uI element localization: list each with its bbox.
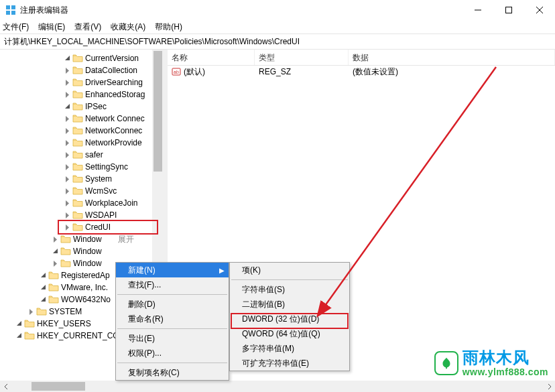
tree-node-label: HKEY_CURRENT_CO — [37, 331, 119, 340]
value-list[interactable]: ab(默认)REG_SZ(数值未设置) — [168, 66, 555, 78]
tree-node-tail: 展开 — [118, 234, 134, 245]
svg-rect-0 — [6, 5, 10, 9]
column-data[interactable]: 数据 — [349, 50, 555, 65]
tree-node-label: VMware, Inc. — [61, 283, 108, 292]
minimize-button[interactable] — [462, 0, 493, 20]
tree-node[interactable]: CurrentVersion — [0, 52, 164, 64]
ctx-rename[interactable]: 重命名(R) — [116, 312, 229, 326]
tree-node[interactable]: WorkplaceJoin — [0, 197, 164, 209]
tree-node[interactable]: NetworkConnec — [0, 125, 164, 137]
menu-view[interactable]: 查看(V) — [74, 21, 101, 33]
tree-node-label: SYSTEM — [49, 307, 82, 316]
tree-node-label: System — [85, 174, 112, 184]
ctx-separator — [117, 294, 227, 295]
horizontal-scrollbar[interactable] — [0, 381, 555, 392]
value-row[interactable]: ab(默认)REG_SZ(数值未设置) — [168, 66, 555, 78]
tree-node-label: Window — [73, 247, 102, 256]
tree-node[interactable]: DriverSearching — [0, 76, 164, 88]
app-icon — [5, 5, 16, 15]
tree-node-label: RegisteredAp — [61, 271, 110, 280]
menu-help[interactable]: 帮助(H) — [155, 21, 182, 33]
tree-node[interactable]: Network Connec — [0, 113, 164, 125]
new-dword32-value[interactable]: DWORD (32 位)值(D) — [230, 312, 349, 326]
maximize-button[interactable] — [493, 0, 524, 20]
tree-node-label: safer — [85, 150, 103, 159]
new-submenu: 项(K) 字符串值(S) 二进制值(B) DWORD (32 位)值(D) QW… — [229, 262, 350, 371]
value-name: (默认) — [184, 66, 205, 78]
address-path: 计算机\HKEY_LOCAL_MACHINE\SOFTWARE\Policies… — [4, 36, 300, 48]
column-name[interactable]: 名称 — [168, 50, 255, 65]
ctx-new-label: 新建(N) — [128, 265, 156, 276]
watermark: 雨林木风 www.ylmf888.com — [434, 349, 548, 377]
new-binary-value[interactable]: 二进制值(B) — [230, 297, 349, 312]
new-expand-string-value[interactable]: 可扩充字符串值(E) — [230, 356, 349, 371]
scroll-left-button[interactable] — [0, 381, 11, 392]
tree-node[interactable]: System — [0, 173, 164, 185]
tree-node-label: Window — [73, 259, 102, 268]
submenu-arrow-icon: ▶ — [219, 267, 225, 274]
tree-node-label: Network Connec — [85, 114, 145, 123]
tree-node[interactable]: IPSec — [0, 101, 164, 113]
tree-node-label: WOW6432No — [61, 295, 111, 304]
ctx-permissions[interactable]: 权限(P)... — [116, 346, 229, 361]
tree-node-label: DataCollection — [85, 66, 137, 75]
tree-node[interactable]: safer — [0, 149, 164, 161]
watermark-brand: 雨林木风 — [462, 349, 548, 367]
tree-node-label: SettingSync — [85, 162, 128, 172]
scroll-right-button[interactable] — [544, 381, 555, 392]
svg-rect-2 — [6, 11, 10, 15]
menu-edit[interactable]: 编辑(E) — [38, 21, 65, 33]
tree-node-label: DriverSearching — [85, 78, 143, 87]
svg-rect-3 — [11, 11, 15, 15]
tree-node-label: HKEY_USERS — [37, 319, 91, 328]
value-data: (数值未设置) — [349, 66, 555, 78]
new-multi-string-value[interactable]: 多字符串值(M) — [230, 341, 349, 356]
tree-node-label: NetworkConnec — [85, 126, 142, 135]
ctx-find[interactable]: 查找(F)... — [116, 277, 229, 292]
ctx-copy-key-name[interactable]: 复制项名称(C) — [116, 365, 229, 380]
tree-node[interactable]: SettingSync — [0, 161, 164, 173]
new-qword64-value[interactable]: QWORD (64 位)值(Q) — [230, 326, 349, 341]
context-menu: 展开 新建(N) ▶ 查找(F)... 删除(D) 重命名(R) 导出(E) 权… — [115, 262, 229, 381]
ctx-delete[interactable]: 删除(D) — [116, 297, 229, 312]
ctx-new[interactable]: 新建(N) ▶ — [116, 263, 229, 277]
scroll-thumb[interactable] — [32, 382, 85, 391]
tree-node[interactable]: Window展开 — [0, 233, 164, 245]
tree-node-label: WcmSvc — [85, 186, 117, 196]
svg-rect-5 — [506, 7, 512, 13]
tree-node[interactable]: NetworkProvide — [0, 137, 164, 149]
tree-node[interactable]: CredUI — [0, 221, 164, 233]
menu-bar: 文件(F) 编辑(E) 查看(V) 收藏夹(A) 帮助(H) — [0, 20, 555, 34]
tree-node[interactable]: WcmSvc — [0, 185, 164, 197]
watermark-url: www.ylmf888.com — [462, 367, 548, 377]
tree-node[interactable]: WSDAPI — [0, 209, 164, 221]
tree-node-label: EnhancedStorag — [85, 90, 145, 99]
close-button[interactable] — [524, 0, 555, 20]
new-key[interactable]: 项(K) — [230, 263, 349, 277]
window-title: 注册表编辑器 — [20, 5, 68, 16]
watermark-icon — [434, 351, 458, 375]
ctx-separator — [231, 279, 348, 280]
column-type[interactable]: 类型 — [255, 50, 349, 65]
ctx-separator — [117, 363, 227, 363]
tree-node-label: Window — [73, 235, 102, 244]
tree-node[interactable]: EnhancedStorag — [0, 88, 164, 101]
tree-node-label: CurrentVersion — [85, 54, 139, 63]
tree-node-label: WorkplaceJoin — [85, 198, 137, 208]
tree-node-label: WSDAPI — [85, 210, 117, 220]
svg-text:ab: ab — [174, 70, 179, 74]
new-string-value[interactable]: 字符串值(S) — [230, 282, 349, 297]
menu-file[interactable]: 文件(F) — [3, 21, 29, 33]
ctx-export[interactable]: 导出(E) — [116, 331, 229, 346]
menu-favorites[interactable]: 收藏夹(A) — [111, 21, 145, 33]
tree-node[interactable]: Window — [0, 245, 164, 257]
value-type: REG_SZ — [255, 67, 349, 76]
tree-node-label: NetworkProvide — [85, 138, 142, 147]
address-bar[interactable]: 计算机\HKEY_LOCAL_MACHINE\SOFTWARE\Policies… — [0, 34, 555, 50]
tree-node-label: CredUI — [85, 222, 111, 232]
ctx-separator — [117, 328, 227, 329]
svg-rect-1 — [11, 5, 15, 9]
tree-node[interactable]: DataCollection — [0, 64, 164, 76]
tree-node-label: IPSec — [85, 102, 107, 111]
